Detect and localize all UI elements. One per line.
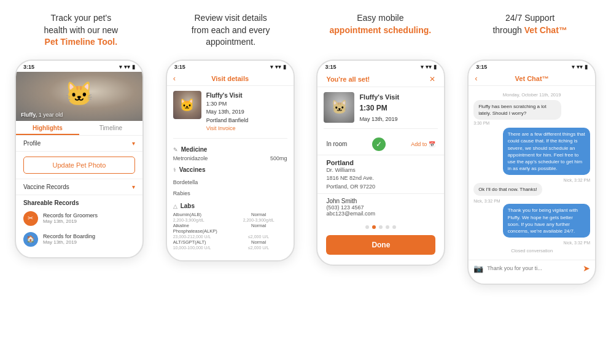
phone-1-hero: 🐱 Fluffy, 1 year old: [16, 72, 142, 121]
chat-msg-3: Ok I'll do that now. Thanks!: [473, 183, 542, 196]
visit-info: Fluffy's Visit 1:30 PM May 13th, 2019 Po…: [206, 91, 249, 133]
lab-ranges-3: 10,000-100,000 U/L ≤2,000 U/L: [173, 246, 287, 250]
shareable-title: Shareable Records: [16, 195, 142, 208]
records-groomers-item[interactable]: ✂ Records for Groomers May 13th, 2019: [16, 208, 142, 229]
pet-age: 1 year old: [39, 112, 63, 118]
profile-label: Profile: [23, 140, 41, 147]
wifi-icon: ▾: [572, 64, 575, 70]
profile-section[interactable]: Profile ▾: [16, 136, 142, 152]
phones-row: 3:15 ▾ ▾▾ ▮ 🐱 Fluffy, 1 year old Highlig…: [6, 60, 605, 285]
city-state: Portland, OR 97220: [326, 183, 435, 192]
chat-nick-3: Nick, 3:32 PM: [473, 199, 590, 203]
confirmation-cat-thumbnail: 🐱: [324, 92, 354, 123]
medicine-section: ✎ Medicine Metronidazole 500mg: [167, 144, 294, 164]
lab-ranges-1: 2,200-3,900g/dL 2,200-3,900g/dL: [173, 218, 287, 222]
signal-icon: ▾▾: [275, 64, 281, 70]
contact-name: John Smith: [326, 198, 435, 204]
visit-invoice-link[interactable]: Visit Invoice: [206, 125, 249, 133]
update-pet-photo-button[interactable]: Update Pet Photo: [23, 157, 135, 174]
add-to-calendar[interactable]: Add to 📅: [411, 141, 435, 147]
headline-2-text: Review visit detailsfrom each and everya…: [192, 13, 270, 47]
pagination-dots: [317, 220, 444, 233]
dot-3: [379, 225, 383, 229]
lab2-name: Alkaline Phosphatease(ALKP): [173, 223, 230, 234]
pet-name: Fluffy,: [21, 112, 37, 118]
lab2-range1: 23,000-212,000 U/L: [173, 234, 230, 239]
add-to-label: Add to: [411, 141, 427, 147]
address-line: 1816 NE 82nd Ave.: [326, 174, 435, 183]
conf-visit-title: Fluffy's Visit: [359, 92, 399, 103]
contact-email: abc123@email.com: [326, 211, 435, 217]
boarding-date: May 13th, 2019: [43, 239, 95, 245]
chat-nick-4: Nick, 3:32 PM: [473, 241, 590, 245]
conf-visit-date: May 13th, 2019: [359, 115, 399, 123]
dot-4: [386, 225, 389, 229]
close-button[interactable]: ✕: [429, 75, 435, 83]
lab1-name: Albumin(ALB): [173, 212, 230, 217]
wifi-icon: ▾: [119, 64, 122, 70]
lab-row-2: Alkaline Phosphatease(ALKP) Normal: [173, 223, 287, 234]
visit-details-title: Visit details: [211, 75, 249, 82]
vaccine-chevron: ▾: [132, 184, 135, 190]
phone-3-status-bar: 3:15 ▾ ▾▾ ▮: [317, 61, 444, 72]
chat-input[interactable]: [487, 263, 579, 273]
wifi-icon: ▾: [270, 64, 273, 70]
headline-3-text: Easy mobile: [357, 13, 403, 23]
vaccine-section[interactable]: Vaccine Records ▾: [16, 179, 142, 195]
tab-timeline[interactable]: Timeline: [79, 121, 142, 135]
tab-highlights[interactable]: Highlights: [16, 121, 79, 135]
med-name: Metronidazole: [173, 155, 208, 161]
chat-date: Monday, October 11th, 2019: [473, 92, 590, 98]
phone-1-status-bar: 3:15 ▾ ▾▾ ▮: [16, 61, 142, 72]
main-container: Track your pet'shealth with our new Pet …: [0, 0, 611, 291]
vaccines-section: ⚕ Vaccines Bordetella Rabies: [167, 164, 294, 200]
send-icon[interactable]: ➤: [583, 263, 590, 273]
chat-msg-4: Thank you for being vigilant with Fluffy…: [503, 204, 591, 238]
battery-icon: ▮: [585, 64, 588, 70]
confirmation-visit-card: 🐱 Fluffy's Visit 1:30 PM May 13th, 2019: [324, 92, 438, 129]
wifi-icon: ▾: [421, 64, 424, 70]
labs-section: △ Labs Albumin(ALB) Normal 2,200-3,900g/…: [167, 200, 294, 253]
phone-4-status-bar: 3:15 ▾ ▾▾ ▮: [469, 61, 595, 72]
lab-ranges-2: 23,000-212,000 U/L ≤2,000 U/L: [173, 234, 287, 239]
contact-section: John Smith (503) 123 4567 abc123@email.c…: [317, 194, 444, 220]
chat-input-bar: 📷 ➤: [469, 260, 595, 276]
conf-visit-time: 1:30 PM: [359, 103, 399, 114]
chat-messages: Monday, October 11th, 2019 Fluffy has be…: [473, 90, 590, 256]
phone-4-time: 3:15: [476, 64, 487, 70]
pet-hero-label: Fluffy, 1 year old: [21, 112, 63, 118]
vaccine-2: Rabies: [173, 187, 287, 198]
vet-chat-back-button[interactable]: ‹: [475, 74, 477, 83]
headline-3-highlight: appointment scheduling.: [330, 25, 432, 35]
lab1-status: Normal: [230, 212, 287, 217]
phone-1-tabs: Highlights Timeline: [16, 121, 142, 136]
vet-chat-title: Vet Chat™: [515, 75, 549, 82]
vaccine-1: Bordetella: [173, 176, 287, 187]
battery-icon: ▮: [283, 64, 286, 70]
records-boarding-item[interactable]: 🏠 Records for Boarding May 13th, 2019: [16, 229, 142, 250]
check-icon: ✓: [372, 137, 386, 151]
lab1-range1: 2,200-3,900g/dL: [173, 218, 230, 222]
back-button[interactable]: ‹: [173, 74, 176, 83]
med-dose: 500mg: [270, 155, 287, 161]
done-button[interactable]: Done: [326, 235, 435, 255]
contact-phone: (503) 123 4567: [326, 204, 435, 211]
phone-3-status-icons: ▾ ▾▾ ▮: [421, 64, 437, 70]
phone-2-status-icons: ▾ ▾▾ ▮: [270, 64, 286, 70]
boarding-label: Records for Boarding: [43, 233, 95, 239]
camera-icon[interactable]: 📷: [473, 264, 483, 273]
medicine-label: Medicine: [181, 146, 208, 153]
visit-location: Portland Banfield: [206, 117, 249, 125]
lab2-range2: ≤2,000 U/L: [230, 234, 287, 239]
phone-3-confirmation: 3:15 ▾ ▾▾ ▮ You're all set! ✕ 🐱 Fluffy's…: [316, 60, 445, 266]
confirmation-title: You're all set!: [326, 76, 370, 83]
battery-icon: ▮: [132, 64, 135, 70]
headline-1-highlight: Pet Timeline Tool.: [45, 37, 118, 47]
headline-3: Easy mobile appointment scheduling.: [309, 12, 451, 48]
chat-closed-label: Closed conversation: [473, 248, 590, 254]
lab3-name: ALT/SGPT(ALT): [173, 239, 230, 245]
groomers-icon: ✂: [23, 211, 38, 226]
confirmation-header: You're all set! ✕: [317, 72, 444, 87]
boarding-icon: 🏠: [23, 232, 38, 247]
in-room-label: In room: [326, 141, 347, 147]
